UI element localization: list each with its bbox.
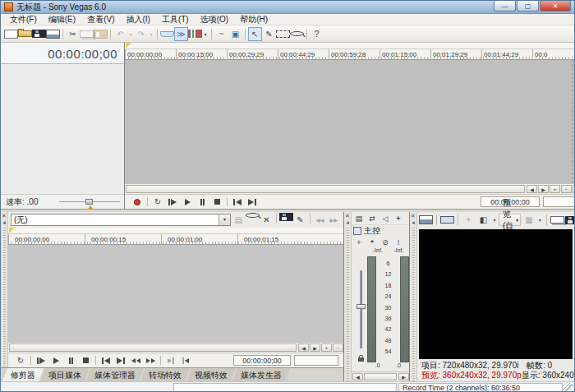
- scroll-right-icon[interactable]: ▶: [398, 373, 409, 380]
- selection-tool-icon[interactable]: [276, 30, 290, 38]
- video-properties-icon[interactable]: [419, 215, 433, 224]
- solo-icon[interactable]: !: [393, 237, 404, 247]
- scroll-right-icon[interactable]: ▶: [538, 185, 549, 193]
- split-screen-icon[interactable]: ◧: [476, 213, 490, 227]
- trimmer-time-field[interactable]: 00:00:00;00: [233, 355, 291, 366]
- zoom-out-time-button[interactable]: −: [333, 344, 343, 352]
- save-frame-icon[interactable]: [565, 216, 575, 224]
- chevron-down-icon[interactable]: ▾: [218, 214, 230, 225]
- tab-media-generators[interactable]: 媒体发生器: [232, 368, 290, 381]
- menu-item[interactable]: 插入(I): [120, 14, 155, 25]
- pin-panel-icon[interactable]: ◂: [410, 219, 416, 226]
- trimmer-zoom-icon[interactable]: [246, 213, 260, 218]
- scroll-left-icon[interactable]: ◀: [527, 185, 537, 193]
- video-fx-icon[interactable]: +: [462, 213, 476, 227]
- envelope-tool-icon[interactable]: ✎: [262, 27, 276, 41]
- rate-slider-handle[interactable]: [85, 199, 93, 205]
- master-properties-icon[interactable]: *: [366, 237, 378, 247]
- mute-icon[interactable]: ⊘: [380, 237, 391, 247]
- zoom-in-time-button[interactable]: +: [550, 185, 560, 193]
- minimize-button[interactable]: —: [494, 1, 516, 12]
- lock-envelopes-icon[interactable]: ~: [214, 27, 228, 41]
- cursor-time-display[interactable]: 00:00:00;00: [1, 43, 124, 64]
- save-icon[interactable]: [32, 30, 46, 38]
- fit-meters-icon[interactable]: +: [353, 237, 365, 247]
- ignore-grouping-icon[interactable]: ▣: [228, 27, 242, 41]
- pin-panel-icon[interactable]: ◂: [1, 219, 7, 226]
- play-from-start-button[interactable]: [34, 355, 48, 367]
- master-fx-icon[interactable]: +: [393, 213, 404, 224]
- volume-fader-track[interactable]: [360, 270, 362, 348]
- lock-fader-icon[interactable]: [358, 357, 364, 362]
- trimmer-remove-icon[interactable]: ✕: [260, 213, 274, 227]
- insert-bus-icon[interactable]: ▤: [353, 213, 365, 224]
- trimmer-media-area[interactable]: [8, 245, 343, 342]
- menu-item[interactable]: 工具(T): [156, 14, 195, 25]
- zoom-out-time-button[interactable]: −: [561, 185, 572, 193]
- tab-video-fx[interactable]: 视频特效: [186, 368, 236, 381]
- automation-dropdown-icon[interactable]: ▾: [202, 27, 209, 41]
- copy-frame-icon[interactable]: [550, 216, 564, 224]
- enable-snapping-icon[interactable]: [160, 31, 174, 37]
- prev-frame-button[interactable]: [128, 355, 143, 367]
- cursor-flag-icon[interactable]: [9, 228, 15, 233]
- scroll-left-icon[interactable]: ◀: [352, 373, 363, 380]
- loop-playback-button[interactable]: ↻: [150, 196, 165, 208]
- paste-icon[interactable]: [94, 30, 108, 39]
- prev-take-icon[interactable]: ◂◂: [313, 213, 327, 227]
- tab-trimmer[interactable]: 修剪器: [2, 368, 44, 381]
- automation-settings-icon[interactable]: [188, 30, 202, 38]
- external-monitor-icon[interactable]: [440, 216, 454, 224]
- pin-panel-icon[interactable]: ◂: [344, 219, 351, 226]
- trimmer-save-markers-icon[interactable]: [279, 213, 293, 221]
- menu-item[interactable]: 选项(O): [195, 14, 234, 25]
- play-button[interactable]: [48, 355, 63, 367]
- trimmer-edit-icon[interactable]: ✎: [293, 213, 307, 227]
- stop-button[interactable]: [209, 196, 224, 208]
- timeline-track-area[interactable]: [125, 60, 575, 183]
- master-bus-icon[interactable]: [353, 227, 361, 235]
- overlay-dropdown-icon[interactable]: ▾: [536, 213, 543, 227]
- pause-button[interactable]: [195, 196, 209, 208]
- record-button[interactable]: [130, 196, 145, 208]
- open-icon[interactable]: [18, 30, 32, 37]
- resize-grip[interactable]: [563, 383, 573, 392]
- redo-dropdown-icon[interactable]: ▾: [148, 27, 154, 41]
- tab-transitions[interactable]: 转场特效: [140, 368, 190, 381]
- menu-item[interactable]: 文件(F): [4, 14, 43, 25]
- timeline-ruler[interactable]: 00:00:00;0000:00:15;0000:00:29;2900:00:4…: [125, 49, 575, 60]
- overlay-grid-icon[interactable]: ▦: [522, 213, 536, 227]
- hscroll-thumb[interactable]: [9, 344, 297, 352]
- scroll-right-icon[interactable]: ▶: [310, 344, 320, 352]
- track-list-empty[interactable]: [1, 64, 124, 194]
- maximize-button[interactable]: ▢: [517, 1, 539, 12]
- hscroll-thumb[interactable]: [126, 185, 525, 193]
- go-to-end-button[interactable]: [245, 196, 260, 208]
- whats-this-help-icon[interactable]: ?: [310, 27, 324, 41]
- play-from-start-button[interactable]: [165, 196, 180, 208]
- next-frame-button[interactable]: [143, 355, 158, 367]
- dim-output-icon[interactable]: ◁: [380, 213, 391, 224]
- stop-button[interactable]: [78, 355, 93, 367]
- undo-dropdown-icon[interactable]: ▾: [127, 27, 134, 41]
- marker-bar[interactable]: [125, 43, 575, 49]
- close-panel-icon[interactable]: ✕: [344, 213, 351, 219]
- cut-icon[interactable]: ✂: [66, 27, 80, 41]
- close-button[interactable]: ✕: [540, 1, 571, 12]
- close-panel-icon[interactable]: ✕: [410, 213, 416, 219]
- menu-item[interactable]: 编辑(E): [43, 14, 81, 25]
- play-button[interactable]: [180, 196, 195, 208]
- cursor-flag-icon[interactable]: [126, 43, 131, 48]
- trimmer-selection-field[interactable]: [294, 355, 338, 366]
- tab-media-manager[interactable]: 媒体管理器: [86, 368, 144, 381]
- split-screen-dropdown-icon[interactable]: ▾: [491, 213, 498, 227]
- new-project-icon[interactable]: [4, 30, 18, 39]
- tab-project-media[interactable]: 项目媒体: [40, 368, 90, 381]
- hscroll-thumb[interactable]: [364, 373, 397, 380]
- menu-item[interactable]: 查看(V): [81, 14, 120, 25]
- undo-icon[interactable]: ↶: [113, 27, 127, 41]
- trimmer-media-select[interactable]: (无) ▾: [11, 214, 231, 226]
- next-take-icon[interactable]: ▸▸: [327, 213, 341, 227]
- trimmer-marker-bar[interactable]: [8, 228, 343, 234]
- dock-grip[interactable]: [3, 228, 6, 367]
